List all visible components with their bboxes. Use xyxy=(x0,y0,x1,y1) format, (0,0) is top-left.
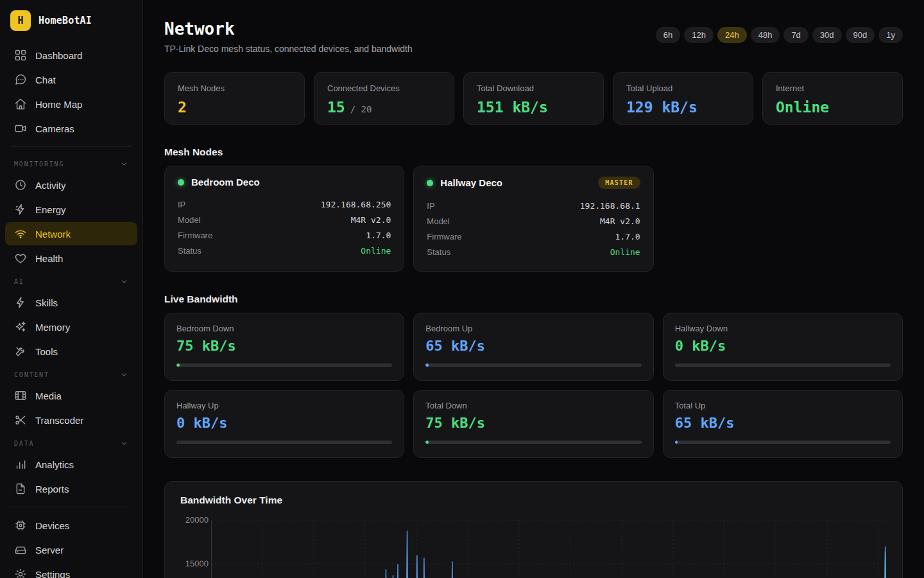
sidebar-section-content[interactable]: CONTENT xyxy=(5,364,137,384)
stat-card-total-download: Total Download 151 kB/s xyxy=(463,72,604,125)
progress-fill xyxy=(425,441,429,444)
wifi-icon xyxy=(14,227,27,240)
sidebar-item-settings[interactable]: Settings xyxy=(5,563,137,578)
range-12h[interactable]: 12h xyxy=(684,27,714,43)
stat-value: 2 xyxy=(178,99,187,116)
sidebar-item-reports[interactable]: Reports xyxy=(5,477,137,500)
page-subtitle: TP-Link Deco mesh status, connected devi… xyxy=(164,44,413,54)
bandwidth-chart-card: Bandwidth Over Time 20000 15000 10000 xyxy=(164,481,903,578)
mesh-nodes-section-title: Mesh Nodes xyxy=(164,146,903,158)
scissors-icon xyxy=(14,414,27,426)
file-icon xyxy=(14,482,27,495)
sidebar-section-label: MONITORING xyxy=(14,161,64,168)
sidebar-section-data[interactable]: DATA xyxy=(5,433,137,453)
stat-card-connected-devices: Connected Devices 15/ 20 xyxy=(314,72,454,125)
chevron-down-icon xyxy=(120,371,128,379)
sidebar-item-label: Memory xyxy=(35,322,70,333)
bw-label: Hallway Down xyxy=(675,324,891,333)
bw-label: Bedroom Down xyxy=(176,324,392,333)
stat-value: 15 xyxy=(327,99,345,116)
bw-card-hallway-up: Hallway Up 0 kB/s xyxy=(164,390,404,458)
sidebar-item-label: Activity xyxy=(35,180,66,191)
gear-icon xyxy=(14,568,27,578)
sidebar-item-tools[interactable]: Tools xyxy=(5,340,137,363)
sidebar-item-label: Skills xyxy=(35,297,58,308)
y-axis-tick: 20000 xyxy=(180,515,209,525)
mesh-row-model: ModelM4R v2.0 xyxy=(427,213,640,229)
sidebar-item-label: Server xyxy=(35,545,64,556)
online-dot xyxy=(427,180,433,186)
main-content: Network TP-Link Deco mesh status, connec… xyxy=(143,0,924,578)
sidebar-item-home-map[interactable]: Home Map xyxy=(5,92,137,116)
chevron-down-icon xyxy=(120,277,128,286)
brand: H HomeBotAI xyxy=(5,10,137,31)
bw-value: 65 kB/s xyxy=(675,415,891,431)
progress-bar xyxy=(425,441,641,444)
sidebar-item-memory[interactable]: Memory xyxy=(5,315,137,338)
sidebar-item-devices[interactable]: Devices xyxy=(5,514,137,537)
progress-bar xyxy=(675,441,891,444)
stat-card-total-upload: Total Upload 129 kB/s xyxy=(613,72,753,125)
bw-label: Bedroom Up xyxy=(425,324,641,333)
mesh-row-firmware: Firmware1.7.0 xyxy=(427,229,640,244)
chart-title: Bandwidth Over Time xyxy=(180,495,887,506)
y-axis-tick: 15000 xyxy=(180,559,209,568)
grid-icon xyxy=(14,49,27,62)
sidebar-item-energy[interactable]: Energy xyxy=(5,198,137,221)
sidebar-item-server[interactable]: Server xyxy=(5,538,137,561)
stat-value: 151 kB/s xyxy=(477,99,548,116)
sidebar-item-analytics[interactable]: Analytics xyxy=(5,453,137,476)
home-icon xyxy=(14,98,27,110)
sidebar-divider xyxy=(10,507,132,507)
server-icon xyxy=(14,543,27,556)
range-6h[interactable]: 6h xyxy=(656,27,680,43)
cpu-icon xyxy=(14,519,27,532)
bw-card-total-up: Total Up 65 kB/s xyxy=(663,390,903,458)
bw-value: 65 kB/s xyxy=(425,338,641,354)
mesh-nodes-grid: Bedroom Deco IP192.168.68.250 ModelM4R v… xyxy=(164,166,903,272)
bolt-icon xyxy=(14,296,27,309)
sidebar-item-network[interactable]: Network xyxy=(5,222,137,245)
sidebar-item-label: Home Map xyxy=(35,99,82,110)
sidebar-item-cameras[interactable]: Cameras xyxy=(5,117,137,140)
sidebar-item-label: Reports xyxy=(35,484,69,495)
sidebar-section-label: DATA xyxy=(14,440,34,447)
chat-icon xyxy=(14,73,27,86)
sidebar-item-health[interactable]: Health xyxy=(5,247,137,270)
clock-icon xyxy=(14,179,27,191)
sidebar-section-monitoring[interactable]: MONITORING xyxy=(5,153,137,173)
master-badge: MASTER xyxy=(598,177,640,189)
mesh-row-model: ModelM4R v2.0 xyxy=(178,212,391,227)
sidebar-item-chat[interactable]: Chat xyxy=(5,68,137,91)
stat-label: Connected Devices xyxy=(327,83,441,93)
range-90d[interactable]: 90d xyxy=(846,27,875,43)
sidebar-section-ai[interactable]: AI xyxy=(5,271,137,291)
stat-label: Total Upload xyxy=(626,83,740,93)
sidebar-item-skills[interactable]: Skills xyxy=(5,291,137,314)
sidebar-item-label: Health xyxy=(35,253,63,264)
bandwidth-chart: 20000 15000 10000 xyxy=(180,515,887,578)
bw-card-bedroom-up: Bedroom Up 65 kB/s xyxy=(413,313,653,381)
sidebar-item-label: Tools xyxy=(35,346,58,357)
mesh-row-status: StatusOnline xyxy=(178,243,391,258)
stat-label: Mesh Nodes xyxy=(178,83,291,93)
bw-value: 75 kB/s xyxy=(425,415,641,431)
sidebar-item-label: Settings xyxy=(35,569,70,578)
range-30d[interactable]: 30d xyxy=(812,27,842,43)
brand-logo: H xyxy=(10,10,31,31)
sidebar-item-activity[interactable]: Activity xyxy=(5,173,137,197)
sidebar-item-media[interactable]: Media xyxy=(5,384,137,407)
sidebar-item-label: Transcoder xyxy=(35,415,83,426)
bw-card-hallway-down: Hallway Down 0 kB/s xyxy=(663,313,903,381)
range-7d[interactable]: 7d xyxy=(783,27,808,43)
range-48h[interactable]: 48h xyxy=(751,27,780,43)
range-1y[interactable]: 1y xyxy=(878,27,903,43)
stat-suffix: / 20 xyxy=(350,104,372,114)
sidebar-item-dashboard[interactable]: Dashboard xyxy=(5,44,137,67)
sidebar-item-label: Chat xyxy=(35,74,56,85)
range-24h[interactable]: 24h xyxy=(717,27,747,43)
sidebar-item-label: Analytics xyxy=(35,459,74,470)
bw-card-bedroom-down: Bedroom Down 75 kB/s xyxy=(164,313,404,381)
bw-label: Total Up xyxy=(675,401,891,410)
sidebar-item-transcoder[interactable]: Transcoder xyxy=(5,408,137,432)
